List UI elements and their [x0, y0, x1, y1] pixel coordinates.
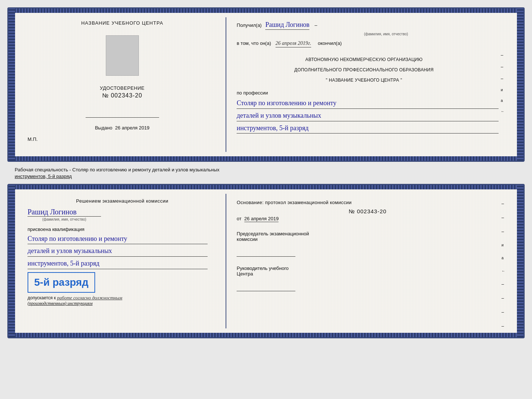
- chairman-block: Председатель экзаменационной комиссии: [237, 231, 499, 258]
- prisvoena-label: присвоена квалификация: [28, 227, 85, 232]
- допускается-value: работе согласно должностным: [57, 295, 122, 300]
- cert-photo: [106, 35, 139, 76]
- osnov-label: Основание: протокол экзаменационной коми…: [237, 200, 499, 205]
- received-line: Получил(а) Рашид Логинов –: [237, 21, 499, 30]
- rank-bold-text: 5-й разряд: [34, 277, 89, 288]
- profession-line3-bottom: инструментов, 5-й разряд: [28, 258, 208, 269]
- org-title-line2: ДОПОЛНИТЕЛЬНОГО ПРОФЕССИОНАЛЬНОГО ОБРАЗО…: [237, 67, 491, 73]
- po-professii-label: по профессии: [237, 90, 499, 96]
- bottom-left-strip: [8, 185, 15, 337]
- top-right-panel: Получил(а) Рашид Логинов – (фамилия, имя…: [226, 17, 513, 152]
- profession-line2-bottom: деталей и узлов музыкальных: [28, 246, 208, 257]
- допускается-line: допускается к работе согласно должностны…: [28, 295, 122, 301]
- separator-underline-text: инструментов, 5-й разряд: [11, 171, 72, 181]
- learning-center-title-left: НАЗВАНИЕ УЧЕБНОГО ЦЕНТРА: [81, 20, 163, 26]
- right-strip: [517, 8, 524, 161]
- name-sublabel-top: (фамилия, имя, отчество): [273, 32, 499, 36]
- vtom-label: в том, что он(а): [237, 40, 271, 46]
- side-dashes-top: – – – и а ←: [501, 53, 504, 113]
- chairman-sign-line: [237, 249, 295, 257]
- recipient-name: Рашид Логинов: [265, 21, 309, 30]
- profession-line3-top: инструментов, 5-й разряд: [237, 123, 499, 134]
- person-name-underline: Рашид Логинов: [28, 208, 101, 217]
- rank-bold-box: 5-й разряд: [28, 272, 95, 293]
- допускается-value2: (производственным) инструкциям: [28, 301, 93, 306]
- profession-line1-bottom: Столяр по изготовлению и ремонту: [28, 234, 208, 245]
- bottom-right-strip: [517, 185, 524, 337]
- profession-line1-top: Столяр по изготовлению и ремонту: [237, 98, 499, 109]
- issued-label: Выдано: [95, 125, 112, 131]
- руководитель-label2: Центра: [237, 271, 499, 277]
- dash-top: –: [314, 22, 317, 28]
- допускается-label: допускается к: [28, 295, 56, 300]
- top-document-card: НАЗВАНИЕ УЧЕБНОГО ЦЕНТРА УДОСТОВЕРЕНИЕ №…: [7, 7, 525, 162]
- руководитель-sign-line: [237, 284, 295, 291]
- issued-line: Выдано 26 апреля 2019: [95, 125, 149, 131]
- cert-number: № 002343-20: [102, 92, 142, 99]
- okончил-label: окончил(а): [318, 40, 342, 46]
- bottom-bottom-strip: [8, 333, 524, 337]
- chairman-label: Председатель экзаменационной: [237, 231, 499, 236]
- bottom-top-strip: [8, 185, 524, 189]
- from-date-line: от 26 апреля 2019: [237, 216, 499, 221]
- chairman-label2: комиссии: [237, 236, 499, 242]
- side-dashes-bottom: – – – и а ← – – – –: [502, 201, 505, 329]
- profession-line2-top: деталей и узлов музыкальных: [237, 110, 499, 121]
- left-strip: [8, 8, 15, 161]
- top-strip: [8, 8, 524, 13]
- org-title-line3: " НАЗВАНИЕ УЧЕБНОГО ЦЕНТРА ": [237, 77, 491, 83]
- mp-line: М.П.: [28, 136, 37, 142]
- vtom-date: 26 апреля 2019г.: [276, 40, 311, 47]
- from-date-value: 26 апреля 2019: [244, 216, 279, 222]
- commission-title: Решением экзаменационной комиссии: [28, 197, 217, 205]
- person-name-bottom: Рашид Логинов: [28, 208, 76, 216]
- page-wrapper: НАЗВАНИЕ УЧЕБНОГО ЦЕНТРА УДОСТОВЕРЕНИЕ №…: [4, 4, 528, 342]
- vtom-line: в том, что он(а) 26 апреля 2019г. окончи…: [237, 40, 499, 47]
- separator-block: Рабочая специальность - Столяр по изгото…: [7, 165, 525, 181]
- bottom-right-panel: Основание: протокол экзаменационной коми…: [226, 194, 513, 328]
- bottom-document-card: Решением экзаменационной комиссии Рашид …: [7, 184, 525, 338]
- руководитель-label: Руководитель учебного: [237, 266, 499, 271]
- org-title-line1: АВТОНОМНУЮ НЕКОММЕРЧЕСКУЮ ОРГАНИЗАЦИЮ: [237, 56, 491, 63]
- name-sublabel-bottom: (фамилия, имя, отчество): [28, 217, 101, 221]
- top-left-panel: НАЗВАНИЕ УЧЕБНОГО ЦЕНТРА УДОСТОВЕРЕНИЕ №…: [19, 17, 226, 152]
- issued-date: 26 апреля 2019: [115, 125, 150, 131]
- cert-title: УДОСТОВЕРЕНИЕ: [100, 85, 145, 91]
- from-label: от: [237, 216, 241, 221]
- org-block: АВТОНОМНУЮ НЕКОММЕРЧЕСКУЮ ОРГАНИЗАЦИЮ ДО…: [237, 53, 499, 85]
- received-label: Получил(а): [237, 22, 262, 28]
- protocol-number: № 002343-20: [237, 208, 499, 214]
- руководитель-block: Руководитель учебного Центра: [237, 266, 499, 293]
- bottom-left-panel: Решением экзаменационной комиссии Рашид …: [19, 194, 226, 328]
- bottom-strip: [8, 156, 524, 161]
